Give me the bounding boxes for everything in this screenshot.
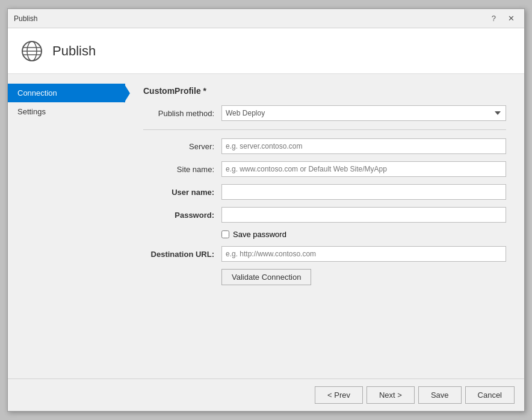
publish-method-select[interactable]: Web Deploy Web Deploy Package FTP File S… [221, 105, 506, 121]
save-password-label[interactable]: Save password [233, 230, 286, 239]
footer: < Prev Next > Save Cancel [8, 378, 524, 411]
save-password-checkbox[interactable] [221, 230, 229, 238]
close-button[interactable]: ✕ [504, 13, 518, 23]
user-name-input[interactable] [221, 184, 506, 200]
server-row: Server: [143, 138, 506, 154]
title-bar: Publish ? ✕ [8, 9, 524, 28]
password-label: Password: [143, 211, 221, 220]
destination-url-input[interactable] [221, 246, 506, 262]
save-password-row: Save password [221, 230, 506, 239]
server-label: Server: [143, 142, 221, 151]
title-bar-controls: ? ✕ [488, 13, 518, 23]
sidebar-item-settings-label: Settings [17, 107, 46, 116]
sidebar: Connection Settings [8, 74, 125, 378]
sidebar-item-connection-label: Connection [17, 88, 57, 97]
header-title: Publish [52, 43, 96, 59]
main-content: Connection Settings CustomProfile * Publ… [8, 74, 524, 378]
title-bar-left: Publish [14, 14, 37, 23]
site-name-row: Site name: [143, 161, 506, 177]
publish-method-row: Publish method: Web Deploy Web Deploy Pa… [143, 105, 506, 121]
next-button[interactable]: Next > [367, 386, 415, 404]
cancel-button[interactable]: Cancel [465, 386, 515, 404]
profile-title: CustomProfile * [143, 86, 506, 96]
password-row: Password: [143, 207, 506, 223]
user-name-row: User name: [143, 184, 506, 200]
server-input[interactable] [221, 138, 506, 154]
help-button[interactable]: ? [488, 13, 500, 23]
site-name-input[interactable] [221, 161, 506, 177]
sidebar-item-settings[interactable]: Settings [8, 102, 125, 121]
dialog-title: Publish [14, 14, 37, 23]
header-section: Publish [8, 28, 524, 74]
publish-method-label: Publish method: [143, 109, 221, 118]
prev-button[interactable]: < Prev [315, 386, 363, 404]
sidebar-item-connection[interactable]: Connection [8, 84, 125, 102]
form-area: CustomProfile * Publish method: Web Depl… [125, 74, 524, 378]
password-input[interactable] [221, 207, 506, 223]
publish-dialog: Publish ? ✕ Publish Connection S [7, 8, 525, 412]
user-name-label: User name: [143, 188, 221, 197]
destination-url-label: Destination URL: [143, 250, 221, 259]
separator [143, 129, 506, 130]
validate-connection-button[interactable]: Validate Connection [221, 269, 311, 285]
save-button[interactable]: Save [418, 386, 462, 404]
site-name-label: Site name: [143, 165, 221, 174]
publish-icon [20, 39, 44, 63]
destination-url-row: Destination URL: [143, 246, 506, 262]
